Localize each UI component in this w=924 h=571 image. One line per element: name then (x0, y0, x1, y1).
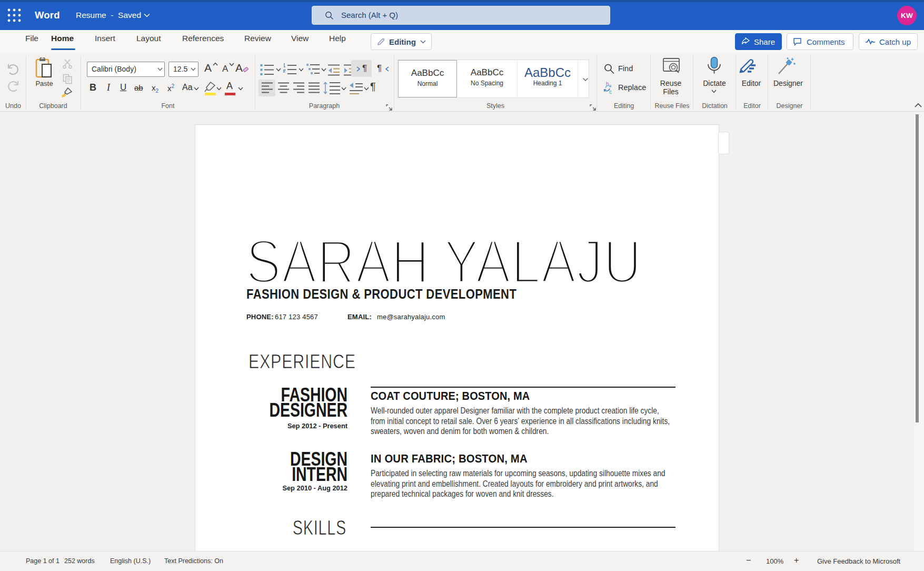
svg-text:c: c (609, 89, 612, 95)
